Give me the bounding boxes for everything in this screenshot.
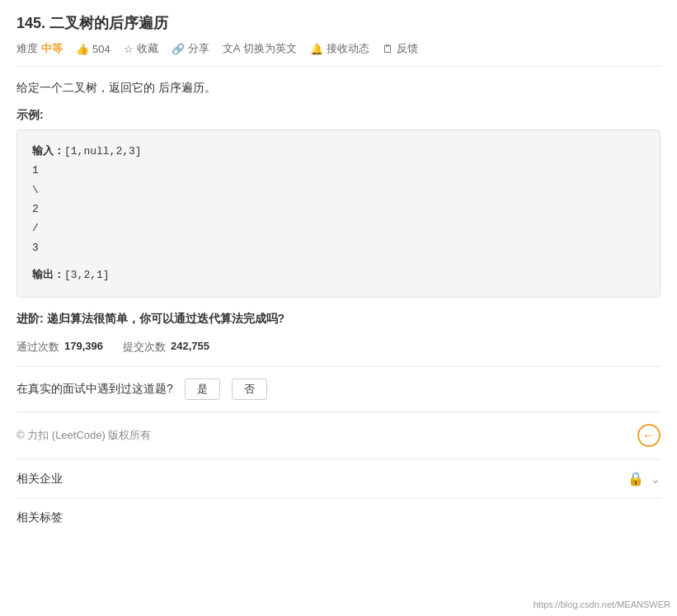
input-label: 输入： [32,145,64,158]
output-value: [3,2,1] [64,269,110,281]
leetcode-icon: ← [637,424,661,447]
collect-label: 收藏 [137,41,158,56]
output-label: 输出： [32,269,64,281]
copyright-bar: © 力扣 (LeetCode) 版权所有 ← [16,424,661,459]
tree-line3: 2 [32,200,645,219]
feedback-icon: 🗒 [383,43,393,55]
tree-line1: 1 [32,161,645,180]
interview-question-text: 在真实的面试中遇到过这道题? [16,382,173,397]
tree-line4: / [32,219,645,237]
example-title: 示例: [16,108,661,123]
difficulty-label: 难度 [16,41,38,56]
yes-button[interactable]: 是 [185,379,220,400]
likes-item[interactable]: 👍 504 [76,43,110,55]
pass-label: 通过次数 [16,340,59,355]
difficulty-value: 中等 [41,41,63,56]
pass-value: 179,396 [64,340,103,355]
chevron-down-icon: ⌄ [651,473,661,486]
bell-icon: 🔔 [310,43,323,55]
interview-question-bar: 在真实的面试中遇到过这道题? 是 否 [16,379,661,412]
subscribe-label: 接收动态 [327,41,369,56]
thumbs-up-icon: 👍 [76,43,89,55]
related-companies-icons: 🔒 ⌄ [628,471,661,487]
related-companies-row[interactable]: 相关企业 🔒 ⌄ [16,471,661,499]
meta-bar: 难度 中等 👍 504 ☆ 收藏 🔗 分享 文A 切换为英文 🔔 接收动态 🗒 … [16,41,661,67]
advanced-text: 进阶: 递归算法很简单，你可以通过迭代算法完成吗? [16,309,661,329]
translate-icon: 文A [223,41,241,56]
submit-value: 242,755 [171,340,209,355]
related-tags-label: 相关标签 [16,510,63,524]
example-code-block: 输入：[1,null,2,3] 1 \ 2 / 3 输出：[3,2,1] [16,129,661,298]
tree-line5: 3 [32,238,645,257]
translate-item[interactable]: 文A 切换为英文 [223,41,298,56]
share-label: 分享 [188,41,209,56]
input-value: [1,null,2,3] [64,145,142,158]
no-button[interactable]: 否 [232,379,267,400]
submit-count-item: 提交次数 242,755 [123,340,209,355]
problem-title: 145. 二叉树的后序遍历 [16,13,661,33]
feedback-item[interactable]: 🗒 反馈 [383,41,418,56]
output-line: 输出：[3,2,1] [32,266,645,284]
share-item[interactable]: 🔗 分享 [172,41,209,56]
translate-label: 切换为英文 [243,41,297,56]
watermark: https://blog.csdn.net/MEANSWER [534,600,670,609]
tree-line2: \ [32,181,645,200]
share-icon: 🔗 [172,43,185,55]
subscribe-item[interactable]: 🔔 接收动态 [310,41,369,56]
feedback-label: 反馈 [397,41,418,56]
related-tags-row[interactable]: 相关标签 [16,510,661,532]
likes-count: 504 [92,43,110,55]
problem-description: 给定一个二叉树，返回它的 后序遍历。 [16,78,661,98]
submit-label: 提交次数 [123,340,166,355]
copyright-text: © 力扣 (LeetCode) 版权所有 [16,428,151,443]
collect-item[interactable]: ☆ 收藏 [124,41,158,56]
star-icon: ☆ [124,43,134,55]
pass-count-item: 通过次数 179,396 [16,340,103,355]
stats-bar: 通过次数 179,396 提交次数 242,755 [16,340,661,367]
lock-icon: 🔒 [628,471,644,487]
difficulty-item: 难度 中等 [16,41,63,56]
related-companies-label: 相关企业 [16,472,63,487]
input-line: 输入：[1,null,2,3] [32,142,645,161]
